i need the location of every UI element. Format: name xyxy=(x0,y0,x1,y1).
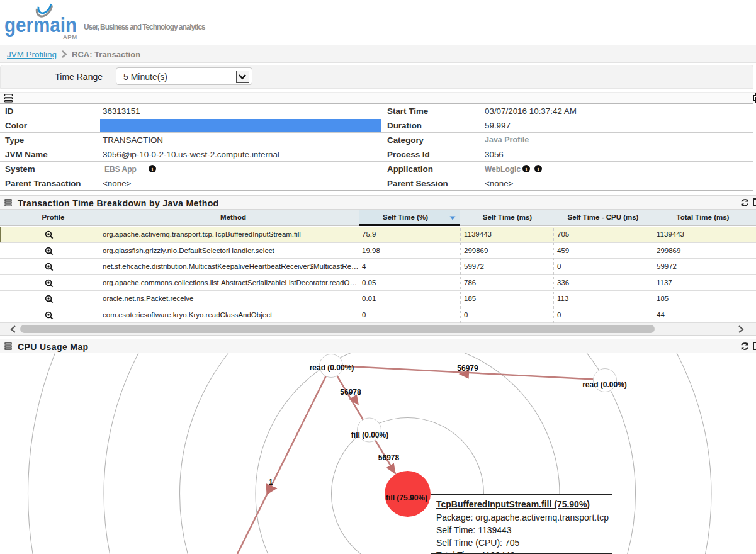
svg-text:1: 1 xyxy=(269,478,273,487)
svg-text:read (0.00%): read (0.00%) xyxy=(582,380,627,389)
svg-text:fill (75.90%): fill (75.90%) xyxy=(386,494,427,502)
svg-text:56978: 56978 xyxy=(340,388,361,397)
svg-text:56978: 56978 xyxy=(378,453,400,462)
svg-text:read (0.00%): read (0.00%) xyxy=(310,363,354,372)
svg-text:56979: 56979 xyxy=(457,364,478,373)
svg-text:fill (0.00%): fill (0.00%) xyxy=(351,431,388,439)
